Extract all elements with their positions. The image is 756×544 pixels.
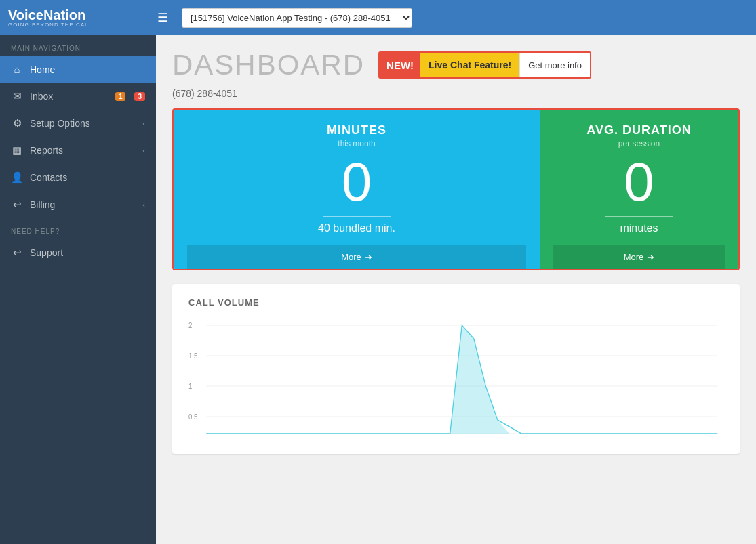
billing-icon: ↩ <box>11 198 23 211</box>
sidebar-item-support[interactable]: ↩ Support <box>0 239 156 266</box>
sidebar-item-label: Inbox <box>30 91 106 102</box>
avg-duration-unit: minutes <box>620 222 658 234</box>
inbox-badge-red: 3 <box>134 92 145 101</box>
avg-duration-subtitle: per session <box>618 139 660 148</box>
sidebar-item-label: Contacts <box>30 172 145 183</box>
need-help-label: NEED HELP? <box>0 218 156 239</box>
contacts-icon: 👤 <box>11 171 23 184</box>
content-area: DASHBOARD NEW! Live Chat Feature! Get mo… <box>156 35 756 544</box>
sidebar-item-label: Reports <box>30 145 136 156</box>
sidebar-item-contacts[interactable]: 👤 Contacts <box>0 164 156 191</box>
dashboard-header: DASHBOARD NEW! Live Chat Feature! Get mo… <box>172 49 740 81</box>
page-title: DASHBOARD <box>172 49 365 81</box>
sidebar-item-setup-options[interactable]: ⚙ Setup Options ‹ <box>0 110 156 137</box>
sidebar-item-label: Support <box>30 247 145 258</box>
setup-icon: ⚙ <box>11 117 23 129</box>
minutes-card: MINUTES this month 0 40 bundled min. Mor… <box>174 110 540 269</box>
reports-icon: ▦ <box>11 144 23 156</box>
more-icon: ➜ <box>647 252 654 262</box>
sidebar-item-inbox[interactable]: ✉ Inbox 1 3 <box>0 83 156 110</box>
sidebar: MAIN NAVIGATION ⌂ Home ✉ Inbox 1 3 ⚙ Set… <box>0 35 156 544</box>
new-label: NEW! <box>380 53 420 77</box>
inbox-icon: ✉ <box>11 90 23 102</box>
sidebar-item-billing[interactable]: ↩ Billing ‹ <box>0 191 156 218</box>
call-volume-card: CALL VOLUME 2 1.5 1 0.5 <box>172 284 740 454</box>
more-label: More <box>341 252 361 262</box>
sidebar-item-home[interactable]: ⌂ Home <box>0 56 156 83</box>
logo-area: VoiceNation GOING BEYOND THE CALL <box>8 8 144 28</box>
call-volume-chart: 2 1.5 1 0.5 <box>188 318 723 440</box>
sidebar-item-label: Home <box>30 64 145 75</box>
top-nav: VoiceNation GOING BEYOND THE CALL ☰ [151… <box>0 0 756 35</box>
main-nav-label: MAIN NAVIGATION <box>0 35 156 56</box>
svg-text:0.5: 0.5 <box>188 413 198 421</box>
chevron-icon: ‹ <box>142 146 145 154</box>
avg-duration-card: AVG. DURATION per session 0 minutes More… <box>540 110 738 269</box>
stat-divider <box>323 216 391 217</box>
hamburger-button[interactable]: ☰ <box>152 7 174 28</box>
svg-text:2: 2 <box>188 321 193 329</box>
chevron-icon: ‹ <box>142 119 145 127</box>
sidebar-item-label: Billing <box>30 199 136 210</box>
chevron-icon: ‹ <box>142 201 145 209</box>
more-icon: ➜ <box>365 252 372 262</box>
logo-text: VoiceNation <box>8 8 92 22</box>
avg-duration-value: 0 <box>624 155 654 209</box>
minutes-subtitle: this month <box>338 139 375 148</box>
svg-text:1.5: 1.5 <box>188 352 198 360</box>
call-volume-title: CALL VOLUME <box>188 297 723 308</box>
phone-number: (678) 288-4051 <box>172 88 740 99</box>
home-icon: ⌂ <box>11 64 23 75</box>
chart-area: 2 1.5 1 0.5 <box>188 318 723 440</box>
main-layout: MAIN NAVIGATION ⌂ Home ✉ Inbox 1 3 ⚙ Set… <box>0 35 756 544</box>
avg-duration-title: AVG. DURATION <box>586 123 691 138</box>
sidebar-item-label: Setup Options <box>30 118 136 129</box>
sidebar-item-reports[interactable]: ▦ Reports ‹ <box>0 137 156 164</box>
account-select[interactable]: [151756] VoiceNation App Testing - (678)… <box>182 8 412 28</box>
logo-sub: GOING BEYOND THE CALL <box>8 22 92 28</box>
get-more-info-button[interactable]: Get more info <box>519 53 590 77</box>
minutes-value: 0 <box>342 155 372 209</box>
stats-row: MINUTES this month 0 40 bundled min. Mor… <box>172 108 740 270</box>
new-banner: NEW! Live Chat Feature! Get more info <box>378 51 591 79</box>
inbox-badge-orange: 1 <box>115 92 126 101</box>
stat-divider <box>605 216 673 217</box>
bundled-minutes: 40 bundled min. <box>318 222 395 234</box>
banner-text: Live Chat Feature! <box>420 53 519 77</box>
more-label: More <box>624 252 644 262</box>
minutes-title: MINUTES <box>327 123 386 138</box>
svg-marker-9 <box>450 325 510 434</box>
minutes-more-button[interactable]: More ➜ <box>187 245 526 269</box>
support-icon: ↩ <box>11 247 23 259</box>
avg-duration-more-button[interactable]: More ➜ <box>553 245 725 269</box>
svg-text:1: 1 <box>188 382 193 390</box>
